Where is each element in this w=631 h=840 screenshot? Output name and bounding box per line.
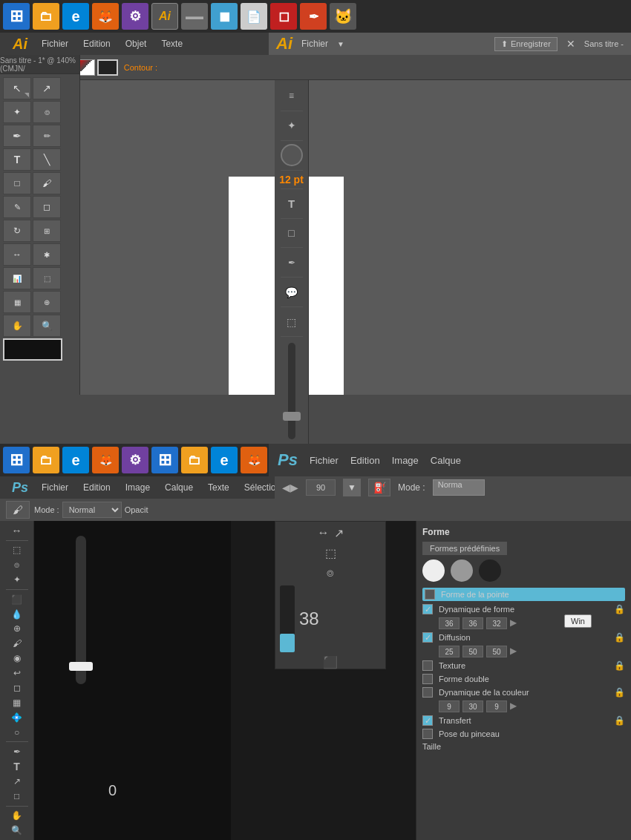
ps-float-lasso[interactable]: ⌾ bbox=[280, 566, 381, 580]
ps-tool-dodge[interactable]: ○ bbox=[4, 726, 30, 739]
ai-fill-color-btn[interactable] bbox=[3, 338, 62, 361]
ps-tool-crop[interactable]: ⬛ bbox=[4, 593, 30, 606]
ff-mid-icon[interactable]: 🦊 bbox=[92, 447, 119, 473]
ps-tool-shape[interactable]: □ bbox=[4, 790, 30, 803]
menu-edition[interactable]: Edition bbox=[76, 33, 118, 55]
ai-magic-wand-tool[interactable]: ✦ bbox=[3, 101, 31, 123]
ps-arrow-6[interactable]: ▶ bbox=[510, 700, 517, 712]
ai-fichier-chevron[interactable]: ▼ bbox=[337, 40, 344, 48]
ai-pen-tool[interactable]: ✒ bbox=[3, 125, 31, 147]
ps-tool-type[interactable]: T bbox=[4, 760, 30, 773]
ai-scale-tool[interactable]: ⊞ bbox=[33, 220, 61, 242]
ps-tool-brush[interactable]: 🖌 bbox=[4, 637, 30, 650]
ps-circle-3[interactable] bbox=[479, 560, 501, 582]
ai-opacity-slider[interactable] bbox=[288, 343, 295, 439]
ps-tool-marquee[interactable]: ⬚ bbox=[4, 543, 30, 557]
mode-dropdown[interactable]: Normal bbox=[62, 502, 122, 518]
ps-tool-move[interactable]: ↔ bbox=[4, 524, 30, 537]
ps-arrow-3[interactable]: ▶ bbox=[510, 646, 517, 657]
stroke-color-box[interactable] bbox=[97, 59, 118, 76]
ps-opacity-chevron[interactable]: ▼ bbox=[343, 479, 361, 496]
ps-float-move[interactable]: ↔ bbox=[318, 526, 330, 540]
ie-mid-icon2[interactable]: e bbox=[211, 447, 238, 473]
ai-zoom-tool[interactable]: 🔍 bbox=[33, 315, 61, 337]
ps-check-4[interactable] bbox=[422, 660, 433, 671]
ps-top-calque[interactable]: Calque bbox=[431, 455, 461, 466]
ps-float-crop[interactable]: ⬛ bbox=[280, 655, 381, 669]
menu-objet[interactable]: Objet bbox=[118, 33, 154, 55]
ps-check-8[interactable] bbox=[422, 729, 433, 739]
ps-row-dyn-couleur[interactable]: Dynamique de la couleur 🔒 bbox=[422, 687, 625, 698]
ps-check-1[interactable] bbox=[425, 589, 435, 600]
ai-strip-rect[interactable]: □ bbox=[278, 221, 305, 244]
menu-texte[interactable]: Texte bbox=[154, 33, 190, 55]
ps-menu-image[interactable]: Image bbox=[118, 476, 157, 499]
ai-mesh-tool[interactable]: ⬚ bbox=[33, 267, 61, 289]
ff-mid-icon2[interactable]: 🦊 bbox=[241, 447, 267, 473]
ps-menu-calque[interactable]: Calque bbox=[157, 476, 200, 499]
ps-tool-path[interactable]: ↗ bbox=[4, 775, 30, 788]
ai-direct-selection-tool[interactable]: ↗ bbox=[33, 77, 61, 99]
ps-tool-history[interactable]: ↩ bbox=[4, 666, 30, 680]
ps-row-forme-double[interactable]: Forme double bbox=[422, 674, 625, 684]
ps-row-dyn-forme[interactable]: ✓ Dynamique de forme 🔒 bbox=[422, 604, 625, 614]
ps-check-2[interactable]: ✓ bbox=[422, 604, 433, 614]
ai-brush-tool[interactable]: 🖌 bbox=[33, 172, 61, 194]
ai-strip-transform[interactable]: ✦ bbox=[278, 114, 305, 137]
ai-graph-tool[interactable]: 📊 bbox=[3, 267, 31, 289]
settings-taskbar-icon[interactable]: ⚙ bbox=[122, 3, 148, 30]
ps-menu-edition[interactable]: Edition bbox=[76, 476, 118, 499]
firefox-taskbar-icon[interactable]: 🦊 bbox=[92, 3, 119, 30]
ps-top-fichier[interactable]: Fichier bbox=[310, 455, 339, 466]
ai-rotate-tool[interactable]: ↻ bbox=[3, 220, 31, 242]
ai-rect-tool[interactable]: □ bbox=[3, 172, 31, 194]
ps-usb-icon[interactable]: ⛽ bbox=[368, 479, 390, 496]
ps-row-diffusion[interactable]: ✓ Diffusion 🔒 bbox=[422, 632, 625, 643]
ai-save-button[interactable]: ⬆ Enregistrer bbox=[494, 37, 558, 51]
ps-row-transfert[interactable]: ✓ Transfert 🔒 bbox=[422, 715, 625, 726]
ai-strip-image[interactable]: ⬚ bbox=[278, 310, 305, 333]
doc-taskbar-icon[interactable]: 📄 bbox=[241, 3, 267, 30]
ps-brush-size-slider[interactable] bbox=[76, 536, 86, 684]
ps-float-arrow[interactable]: ↗ bbox=[334, 526, 344, 540]
ie-mid-icon[interactable]: e bbox=[62, 447, 89, 473]
ps-tool-gradient[interactable]: ▦ bbox=[4, 696, 30, 709]
active-ai-icon[interactable]: Ai bbox=[151, 3, 178, 30]
win-mid-icon[interactable]: ⊞ bbox=[3, 447, 30, 473]
ps-tool-lasso[interactable]: ⌾ bbox=[4, 558, 30, 571]
menu-fichier[interactable]: Fichier bbox=[34, 33, 76, 55]
ai-blend-tool[interactable]: ✱ bbox=[33, 243, 61, 266]
ai-lasso-tool[interactable]: ⌾ bbox=[33, 101, 61, 123]
ie-taskbar-icon[interactable]: e bbox=[62, 3, 89, 30]
ps-tool-eraser[interactable]: ◻ bbox=[4, 681, 30, 695]
ai-strip-align[interactable]: ≡ bbox=[278, 85, 305, 108]
ps-mode-dropdown[interactable]: Norma bbox=[433, 479, 485, 496]
pen-taskbar-icon[interactable]: ✒ bbox=[300, 3, 327, 30]
ai-add-anchor-tool[interactable]: ✏ bbox=[33, 125, 61, 147]
ps-predefined-button[interactable]: Formes prédéfinies bbox=[422, 542, 507, 555]
ai-gradient-tool[interactable]: ▦ bbox=[3, 291, 31, 313]
ai-fichier-menu[interactable]: Fichier bbox=[301, 39, 328, 49]
ps-brush-picker[interactable]: 🖌 bbox=[6, 501, 30, 519]
ps-tool-stamp[interactable]: ◉ bbox=[4, 652, 30, 665]
ps-row-pose[interactable]: Pose du pinceau bbox=[422, 729, 625, 739]
windows-start-button[interactable]: ⊞ bbox=[3, 3, 30, 30]
ps-arrow-2[interactable]: ▶ bbox=[510, 617, 517, 629]
ps-circle-1[interactable] bbox=[422, 560, 445, 582]
ai-close-button[interactable]: ✕ bbox=[566, 38, 575, 50]
ai-hand-tool[interactable]: ✋ bbox=[3, 315, 31, 337]
ps-row-forme-pointe[interactable]: Forme de la pointe bbox=[422, 588, 625, 601]
ps-menu-texte[interactable]: Texte bbox=[200, 476, 237, 499]
ps-circle-2[interactable] bbox=[451, 560, 473, 582]
settings-mid-icon[interactable]: ⚙ bbox=[122, 447, 148, 473]
ps-tool-pen[interactable]: ✒ bbox=[4, 745, 30, 758]
ps-tool-eyedrop[interactable]: 💧 bbox=[4, 608, 30, 621]
ps-check-7[interactable]: ✓ bbox=[422, 715, 433, 726]
ps-check-6[interactable] bbox=[422, 687, 433, 698]
cat-taskbar-icon[interactable]: 🐱 bbox=[330, 3, 356, 30]
ps-row-texture[interactable]: Texture 🔒 bbox=[422, 660, 625, 671]
ps-check-5[interactable] bbox=[422, 674, 433, 684]
ps-tool-hand[interactable]: ✋ bbox=[4, 809, 30, 822]
ps-float-marquee[interactable]: ⬚ bbox=[280, 546, 381, 560]
ai-line-tool[interactable]: ╲ bbox=[33, 148, 61, 171]
